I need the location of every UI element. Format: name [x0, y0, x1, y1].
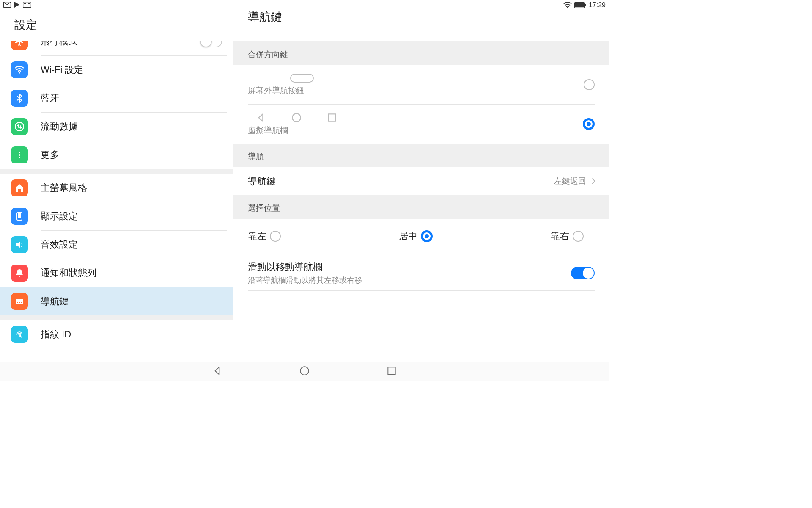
play-store-icon	[14, 1, 20, 9]
position-center[interactable]: 居中	[399, 230, 433, 243]
sidebar-item-label: 流動數據	[41, 120, 222, 133]
display-icon	[11, 208, 28, 225]
svg-rect-19	[16, 299, 23, 304]
recents-preview-icon	[326, 112, 337, 123]
battery-icon	[574, 2, 586, 8]
slide-toggle[interactable]	[571, 267, 595, 279]
radio-virtual-navbar[interactable]	[583, 118, 595, 130]
sidebar-item-notifications[interactable]: 通知和狀態列	[0, 259, 233, 287]
nav-preview-icons	[255, 112, 337, 123]
option-slide-to-move[interactable]: 滑動以移動導航欄 沿著導航欄滑動以將其左移或右移	[233, 254, 609, 290]
sidebar-item-label: 主螢幕風格	[41, 182, 222, 194]
option-value: 左鍵返回	[554, 176, 586, 187]
svg-rect-22	[21, 302, 22, 303]
option-caption: 虛擬導航欄	[248, 125, 337, 136]
radio-position-left[interactable]	[270, 231, 281, 242]
position-left[interactable]: 靠左	[248, 230, 281, 243]
svg-point-14	[19, 152, 20, 153]
option-offscreen-button[interactable]: 屏幕外導航按鈕	[233, 65, 609, 104]
back-preview-icon	[255, 112, 266, 123]
sidebar-item-label: 顯示設定	[41, 210, 222, 223]
airplane-icon	[11, 41, 28, 50]
section-navigation: 導航	[233, 144, 609, 167]
svg-rect-24	[328, 114, 335, 121]
svg-point-23	[292, 113, 301, 122]
position-right[interactable]: 靠右	[551, 230, 584, 243]
svg-rect-6	[29, 3, 30, 4]
bluetooth-icon	[11, 90, 28, 107]
section-combine-direction: 合併方向鍵	[233, 41, 609, 65]
slide-title: 滑動以移動導航欄	[248, 261, 362, 273]
system-navigation-bar	[0, 362, 609, 381]
option-nav-keys[interactable]: 導航鍵 左鍵返回	[233, 167, 609, 195]
svg-rect-18	[18, 213, 21, 218]
svg-rect-11	[585, 4, 586, 6]
svg-point-12	[19, 72, 20, 74]
slide-desc: 沿著導航欄滑動以將其左移或右移	[248, 275, 362, 285]
sidebar-item-label: Wi-Fi 設定	[41, 64, 222, 76]
svg-rect-4	[27, 3, 27, 4]
sound-icon	[11, 236, 28, 253]
sidebar-item-label: 指紋 ID	[41, 328, 222, 341]
status-time: 17:29	[589, 1, 606, 9]
svg-rect-5	[28, 3, 29, 4]
sidebar-item-label: 藍牙	[41, 92, 222, 105]
radio-position-center[interactable]	[421, 230, 433, 242]
svg-rect-20	[17, 302, 18, 303]
settings-sidebar: 飛行模式 Wi-Fi 設定 藍牙	[0, 41, 233, 362]
status-bar: 17:29	[0, 0, 609, 9]
wifi-icon	[563, 2, 572, 8]
pill-preview-icon	[290, 74, 314, 83]
keyboard-icon	[23, 2, 31, 9]
sidebar-item-more[interactable]: 更多	[0, 141, 233, 169]
svg-rect-1	[23, 2, 31, 7]
svg-rect-21	[19, 302, 20, 303]
option-label: 導航鍵	[248, 175, 276, 188]
detail-title: 導航鍵	[233, 9, 609, 25]
sidebar-item-mobile-data[interactable]: 流動數據	[0, 113, 233, 141]
sidebar-item-label: 導航鍵	[41, 295, 222, 308]
airplane-switch[interactable]	[200, 41, 222, 47]
svg-point-13	[15, 122, 24, 131]
svg-point-16	[19, 157, 20, 158]
svg-rect-2	[24, 3, 25, 4]
sidebar-title: 設定	[0, 9, 233, 41]
sidebar-item-wifi[interactable]: Wi-Fi 設定	[0, 56, 233, 84]
sidebar-item-fingerprint[interactable]: 指紋 ID	[0, 320, 233, 348]
svg-point-25	[300, 367, 309, 375]
sidebar-item-label: 飛行模式	[41, 41, 200, 48]
position-options: 靠左 居中 靠右	[233, 219, 609, 254]
sidebar-item-navigation-keys[interactable]: 導航鍵	[0, 287, 233, 315]
radio-position-right[interactable]	[573, 231, 584, 242]
system-recents-button[interactable]	[386, 365, 397, 378]
option-virtual-navbar[interactable]: 虛擬導航欄	[233, 105, 609, 144]
detail-pane: 合併方向鍵 屏幕外導航按鈕 虛擬導航欄	[233, 41, 609, 362]
section-position: 選擇位置	[233, 195, 609, 219]
mobile-data-icon	[11, 118, 28, 135]
home-preview-icon	[291, 112, 302, 123]
svg-rect-26	[388, 367, 395, 374]
sidebar-item-label: 更多	[41, 149, 222, 161]
mail-icon	[3, 2, 11, 9]
nav-keys-icon	[11, 293, 28, 310]
system-home-button[interactable]	[299, 365, 310, 378]
sidebar-item-sound[interactable]: 音效設定	[0, 231, 233, 259]
home-icon	[11, 179, 28, 196]
bell-icon	[11, 265, 28, 282]
sidebar-item-display[interactable]: 顯示設定	[0, 202, 233, 230]
sidebar-item-label: 音效設定	[41, 238, 222, 251]
svg-rect-10	[575, 3, 584, 7]
sidebar-item-airplane[interactable]: 飛行模式	[0, 41, 233, 55]
option-caption: 屏幕外導航按鈕	[248, 85, 314, 96]
wifi-settings-icon	[11, 61, 28, 78]
sidebar-item-bluetooth[interactable]: 藍牙	[0, 84, 233, 112]
sidebar-item-home-style[interactable]: 主螢幕風格	[0, 174, 233, 202]
svg-point-8	[567, 7, 568, 8]
radio-offscreen[interactable]	[584, 79, 595, 90]
more-icon	[11, 146, 28, 163]
system-back-button[interactable]	[212, 365, 223, 378]
svg-point-15	[19, 154, 20, 156]
sidebar-item-label: 通知和狀態列	[41, 267, 222, 279]
svg-rect-3	[25, 3, 26, 4]
fingerprint-icon	[11, 326, 28, 343]
